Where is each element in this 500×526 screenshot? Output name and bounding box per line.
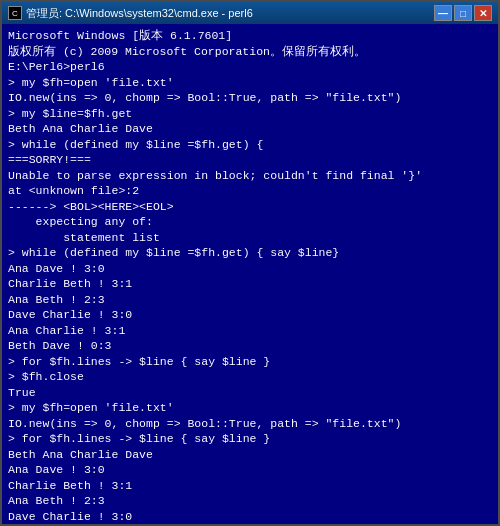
terminal-line: statement list: [8, 230, 492, 246]
minimize-button[interactable]: —: [434, 5, 452, 21]
terminal-line: E:\Perl6>perl6: [8, 59, 492, 75]
title-bar: C 管理员: C:\Windows\system32\cmd.exe - per…: [2, 2, 498, 24]
terminal-line: > $fh.close: [8, 369, 492, 385]
terminal-line: > for $fh.lines -> $line { say $line }: [8, 354, 492, 370]
terminal-line: > my $fh=open 'file.txt': [8, 400, 492, 416]
terminal-line: True: [8, 385, 492, 401]
terminal-line: Dave Charlie ! 3:0: [8, 307, 492, 323]
window-title: 管理员: C:\Windows\system32\cmd.exe - perl6: [26, 6, 253, 21]
terminal-line: Microsoft Windows [版本 6.1.7601]: [8, 28, 492, 44]
terminal-line: > while (defined my $line =$fh.get) {: [8, 137, 492, 153]
maximize-button[interactable]: □: [454, 5, 472, 21]
close-button[interactable]: ✕: [474, 5, 492, 21]
cmd-window: C 管理员: C:\Windows\system32\cmd.exe - per…: [0, 0, 500, 526]
terminal-line: Dave Charlie ! 3:0: [8, 509, 492, 524]
terminal-line: Ana Beth ! 2:3: [8, 292, 492, 308]
title-bar-left: C 管理员: C:\Windows\system32\cmd.exe - per…: [8, 6, 253, 21]
terminal-line: Unable to parse expression in block; cou…: [8, 168, 492, 184]
title-bar-buttons[interactable]: — □ ✕: [434, 5, 492, 21]
terminal-line: > my $line=$fh.get: [8, 106, 492, 122]
terminal-line: Beth Ana Charlie Dave: [8, 121, 492, 137]
terminal-line: ===SORRY!===: [8, 152, 492, 168]
terminal-line: Beth Ana Charlie Dave: [8, 447, 492, 463]
terminal-line: > for $fh.lines -> $line { say $line }: [8, 431, 492, 447]
window-icon: C: [8, 6, 22, 20]
terminal-output: Microsoft Windows [版本 6.1.7601]版权所有 (c) …: [2, 24, 498, 524]
terminal-line: expecting any of:: [8, 214, 492, 230]
terminal-line: Ana Beth ! 2:3: [8, 493, 492, 509]
terminal-line: Charlie Beth ! 3:1: [8, 478, 492, 494]
terminal-line: Charlie Beth ! 3:1: [8, 276, 492, 292]
terminal-line: Ana Dave ! 3:0: [8, 462, 492, 478]
terminal-line: 版权所有 (c) 2009 Microsoft Corporation。保留所有…: [8, 44, 492, 60]
terminal-line: Ana Dave ! 3:0: [8, 261, 492, 277]
terminal-line: IO.new(ins => 0, chomp => Bool::True, pa…: [8, 416, 492, 432]
terminal-line: > while (defined my $line =$fh.get) { sa…: [8, 245, 492, 261]
terminal-line: Beth Dave ! 0:3: [8, 338, 492, 354]
terminal-line: > my $fh=open 'file.txt': [8, 75, 492, 91]
terminal-line: ------> <BOL><HERE><EOL>: [8, 199, 492, 215]
terminal-line: IO.new(ins => 0, chomp => Bool::True, pa…: [8, 90, 492, 106]
terminal-line: Ana Charlie ! 3:1: [8, 323, 492, 339]
terminal-line: at <unknown file>:2: [8, 183, 492, 199]
